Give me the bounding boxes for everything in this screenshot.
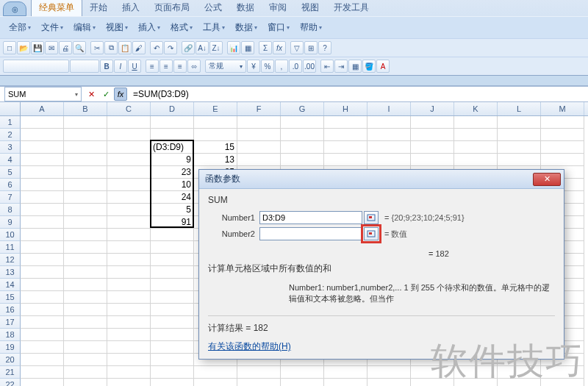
row-header[interactable]: 16 bbox=[0, 304, 21, 316]
cut-icon[interactable]: ✂ bbox=[90, 41, 104, 54]
currency-icon[interactable]: ¥ bbox=[247, 60, 260, 73]
cell[interactable] bbox=[194, 379, 237, 386]
cell[interactable] bbox=[454, 129, 498, 141]
cell[interactable] bbox=[107, 316, 151, 329]
close-icon[interactable]: ✕ bbox=[533, 173, 561, 186]
cell[interactable] bbox=[21, 354, 64, 366]
cell[interactable] bbox=[64, 379, 107, 386]
cell[interactable] bbox=[64, 279, 107, 291]
dec-inc-icon[interactable]: .0 bbox=[289, 60, 302, 73]
percent-icon[interactable]: % bbox=[261, 60, 274, 73]
cell[interactable] bbox=[237, 154, 281, 166]
column-header[interactable]: L bbox=[498, 102, 541, 115]
cell[interactable] bbox=[454, 379, 498, 386]
cell[interactable] bbox=[281, 116, 324, 129]
ribbon-tab[interactable]: 插入 bbox=[115, 0, 147, 16]
cell[interactable] bbox=[151, 129, 194, 141]
cell[interactable] bbox=[21, 266, 64, 279]
ribbon-tab[interactable]: 视图 bbox=[294, 0, 326, 16]
column-header[interactable]: A bbox=[21, 102, 64, 115]
cell[interactable] bbox=[64, 241, 107, 254]
cell[interactable] bbox=[498, 116, 541, 129]
cell[interactable] bbox=[21, 166, 64, 179]
cell[interactable] bbox=[64, 304, 107, 316]
cell[interactable] bbox=[324, 366, 368, 379]
row-header[interactable]: 6 bbox=[0, 179, 21, 191]
cell[interactable] bbox=[21, 216, 64, 229]
cell[interactable] bbox=[541, 379, 584, 386]
cell[interactable] bbox=[107, 129, 151, 141]
range-select-icon[interactable] bbox=[364, 227, 379, 240]
paste-icon[interactable]: 📋 bbox=[118, 41, 132, 54]
cell[interactable] bbox=[324, 379, 368, 386]
cell[interactable] bbox=[64, 216, 107, 229]
formula-input[interactable]: =SUM(D3:D9) bbox=[130, 89, 588, 99]
column-header[interactable]: G bbox=[281, 102, 324, 115]
comma-icon[interactable]: , bbox=[275, 60, 288, 73]
cell[interactable] bbox=[21, 204, 64, 216]
select-all-corner[interactable] bbox=[0, 102, 21, 115]
cell[interactable] bbox=[21, 291, 64, 304]
classic-menu-item[interactable]: 全部▾ bbox=[4, 20, 35, 35]
column-header[interactable]: D bbox=[151, 102, 194, 115]
sort-desc-icon[interactable]: Z↓ bbox=[209, 41, 223, 54]
function-help-link[interactable]: 有关该函数的帮助(H) bbox=[208, 341, 291, 351]
cell[interactable] bbox=[498, 141, 541, 154]
cell[interactable] bbox=[107, 266, 151, 279]
help-icon[interactable]: ? bbox=[318, 41, 331, 54]
cell[interactable]: 13 bbox=[194, 154, 237, 166]
cell[interactable] bbox=[107, 304, 151, 316]
column-header[interactable]: F bbox=[237, 102, 281, 115]
cell[interactable] bbox=[324, 154, 368, 166]
cell[interactable] bbox=[194, 116, 237, 129]
bold-icon[interactable]: B bbox=[100, 60, 113, 73]
cell[interactable] bbox=[64, 229, 107, 241]
align-right-icon[interactable]: ≡ bbox=[173, 60, 187, 73]
cell[interactable] bbox=[107, 179, 151, 191]
row-header[interactable]: 7 bbox=[0, 191, 21, 204]
cell[interactable] bbox=[281, 154, 324, 166]
cell[interactable] bbox=[324, 129, 368, 141]
cell[interactable]: 9 bbox=[151, 154, 194, 166]
cell[interactable] bbox=[64, 116, 107, 129]
cell[interactable] bbox=[21, 329, 64, 341]
cell[interactable] bbox=[324, 141, 368, 154]
column-header[interactable]: B bbox=[64, 102, 107, 115]
cell[interactable] bbox=[107, 379, 151, 386]
cell[interactable] bbox=[151, 329, 194, 341]
redo-icon[interactable]: ↷ bbox=[164, 41, 177, 54]
cell[interactable] bbox=[498, 366, 541, 379]
autosum-icon[interactable]: Σ bbox=[259, 41, 272, 54]
cell[interactable]: 5 bbox=[151, 204, 194, 216]
cell[interactable] bbox=[541, 116, 584, 129]
cell[interactable] bbox=[107, 279, 151, 291]
row-header[interactable]: 10 bbox=[0, 229, 21, 241]
cell[interactable] bbox=[21, 254, 64, 266]
column-header[interactable]: C bbox=[107, 102, 151, 115]
cell[interactable] bbox=[411, 116, 454, 129]
cell[interactable] bbox=[237, 141, 281, 154]
ribbon-tab[interactable]: 数据 bbox=[229, 0, 262, 16]
cell[interactable] bbox=[368, 116, 411, 129]
cell[interactable]: 91 bbox=[151, 216, 194, 229]
argument-input[interactable] bbox=[259, 227, 362, 240]
classic-menu-item[interactable]: 文件▾ bbox=[37, 20, 68, 35]
cell[interactable] bbox=[64, 141, 107, 154]
fill-color-icon[interactable]: 🪣 bbox=[362, 60, 376, 73]
row-header[interactable]: 11 bbox=[0, 241, 21, 254]
cell[interactable] bbox=[151, 304, 194, 316]
row-header[interactable]: 3 bbox=[0, 141, 21, 154]
cell[interactable]: 10 bbox=[151, 179, 194, 191]
cell[interactable] bbox=[454, 154, 498, 166]
cell[interactable]: 23 bbox=[151, 166, 194, 179]
cell[interactable] bbox=[107, 291, 151, 304]
number-format[interactable]: 常规▾ bbox=[205, 60, 246, 73]
cell[interactable] bbox=[21, 129, 64, 141]
column-header[interactable]: E bbox=[194, 102, 237, 115]
cell[interactable] bbox=[411, 141, 454, 154]
cell[interactable] bbox=[107, 254, 151, 266]
cell[interactable] bbox=[281, 129, 324, 141]
cell[interactable] bbox=[21, 191, 64, 204]
row-header[interactable]: 9 bbox=[0, 216, 21, 229]
dialog-titlebar[interactable]: 函数参数 ✕ bbox=[199, 170, 564, 189]
